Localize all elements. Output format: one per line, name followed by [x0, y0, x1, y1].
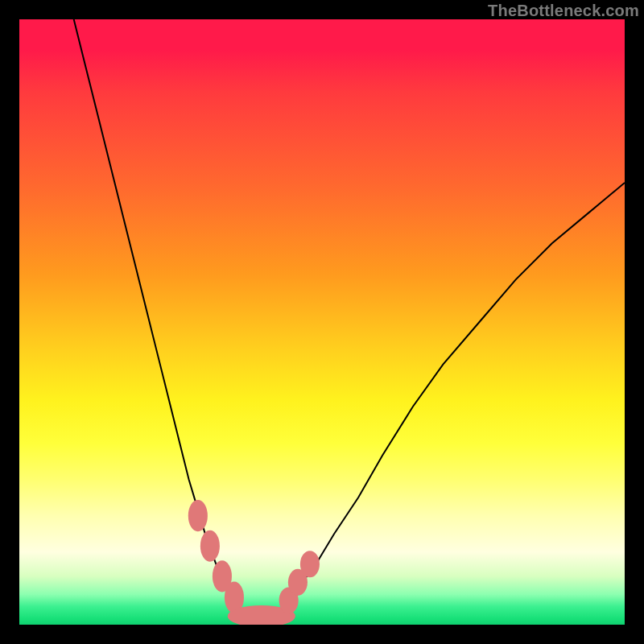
watermark-label: TheBottleneck.com: [488, 2, 639, 20]
marker-0: [188, 500, 208, 531]
marker-group: [188, 500, 320, 625]
curve-group: [74, 19, 625, 622]
marker-1: [200, 530, 220, 562]
plot-area: [19, 19, 625, 625]
frame: TheBottleneck.com: [0, 0, 644, 644]
series-left-curve: [74, 19, 250, 617]
series-right-curve: [274, 183, 625, 617]
chart-svg: [19, 19, 625, 625]
marker-7: [300, 551, 320, 577]
